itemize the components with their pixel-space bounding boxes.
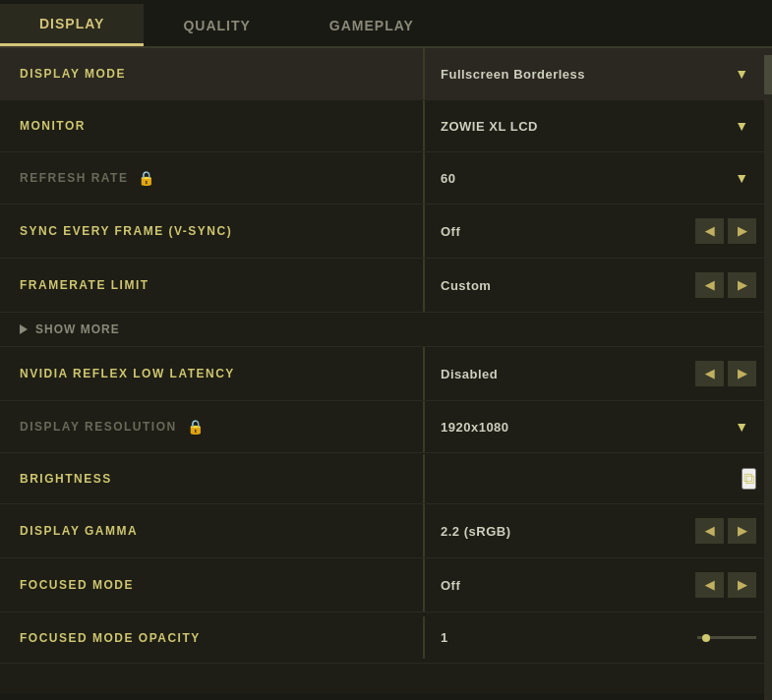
app-container: Display Quality Gameplay DISPLAY MODE Fu… xyxy=(0,0,772,700)
vsync-arrow-left[interactable]: ◀ xyxy=(695,218,724,244)
focused-mode-opacity-value: 1 xyxy=(441,630,448,645)
nvidia-reflex-value: Disabled xyxy=(441,367,498,381)
setting-value-brightness: ⧉ xyxy=(423,454,772,503)
setting-value-display-mode: Fullscreen Borderless ▼ xyxy=(423,48,772,99)
refresh-rate-dropdown[interactable]: ▼ xyxy=(727,166,756,190)
triangle-right-icon xyxy=(20,324,28,334)
tab-gameplay-label: Gameplay xyxy=(329,18,414,33)
monitor-value: ZOWIE XL LCD xyxy=(441,119,538,134)
setting-value-refresh-rate: 60 ▼ xyxy=(423,152,772,204)
focused-mode-arrow-left[interactable]: ◀ xyxy=(695,572,724,598)
display-resolution-dropdown[interactable]: ▼ xyxy=(727,415,756,438)
framerate-limit-value: Custom xyxy=(441,278,491,293)
settings-container: DISPLAY MODE Fullscreen Borderless ▼ MON… xyxy=(0,48,772,693)
setting-row-vsync: SYNC EVERY FRAME (V-SYNC) Off ◀ ▶ xyxy=(0,204,772,259)
display-gamma-arrow-left[interactable]: ◀ xyxy=(695,518,724,544)
setting-row-framerate-limit: FRAMERATE LIMIT Custom ◀ ▶ xyxy=(0,259,772,313)
display-gamma-value: 2.2 (sRGB) xyxy=(441,524,510,539)
setting-label-focused-mode: FOCUSED MODE xyxy=(0,564,423,606)
setting-label-display-resolution: DISPLAY RESOLUTION 🔒 xyxy=(0,405,423,448)
nvidia-reflex-arrow-left[interactable]: ◀ xyxy=(695,361,724,386)
lock-icon-refresh-rate: 🔒 xyxy=(138,170,156,186)
tab-bar: Display Quality Gameplay xyxy=(0,0,772,48)
display-resolution-value: 1920x1080 xyxy=(441,420,509,435)
setting-row-display-mode: DISPLAY MODE Fullscreen Borderless ▼ xyxy=(0,48,772,100)
vsync-arrow-right[interactable]: ▶ xyxy=(728,218,756,244)
tab-quality-label: Quality xyxy=(183,18,250,33)
setting-value-display-gamma: 2.2 (sRGB) ◀ ▶ xyxy=(423,504,772,557)
tab-display[interactable]: Display xyxy=(0,4,144,46)
display-gamma-arrow-right[interactable]: ▶ xyxy=(728,518,756,544)
focused-mode-arrows: ◀ ▶ xyxy=(695,572,756,598)
setting-label-monitor: MONITOR xyxy=(0,105,423,146)
setting-label-vsync: SYNC EVERY FRAME (V-SYNC) xyxy=(0,210,423,252)
show-more-label: SHOW MORE xyxy=(35,322,120,336)
display-resolution-label: DISPLAY RESOLUTION xyxy=(20,420,177,434)
setting-row-focused-mode-opacity: FOCUSED MODE OPACITY 1 xyxy=(0,612,772,664)
scrollbar-track xyxy=(764,55,772,700)
setting-label-display-gamma: DISPLAY GAMMA xyxy=(0,510,423,552)
framerate-limit-arrow-right[interactable]: ▶ xyxy=(728,272,756,298)
setting-row-focused-mode: FOCUSED MODE Off ◀ ▶ xyxy=(0,558,772,612)
show-more-row[interactable]: SHOW MORE xyxy=(0,313,772,347)
setting-value-framerate-limit: Custom ◀ ▶ xyxy=(423,259,772,312)
nvidia-reflex-arrows: ◀ ▶ xyxy=(695,361,756,386)
vsync-value: Off xyxy=(441,224,460,239)
setting-row-monitor: MONITOR ZOWIE XL LCD ▼ xyxy=(0,100,772,152)
setting-label-nvidia-reflex: NVIDIA REFLEX LOW LATENCY xyxy=(0,353,423,394)
setting-label-display-mode: DISPLAY MODE xyxy=(0,53,423,94)
setting-value-vsync: Off ◀ ▶ xyxy=(423,204,772,258)
setting-label-refresh-rate: REFRESH RATE 🔒 xyxy=(0,156,423,200)
refresh-rate-value: 60 xyxy=(441,171,455,186)
setting-row-display-gamma: DISPLAY GAMMA 2.2 (sRGB) ◀ ▶ xyxy=(0,504,772,558)
tab-display-label: Display xyxy=(39,16,104,31)
refresh-rate-label: REFRESH RATE xyxy=(20,171,128,185)
setting-row-display-resolution: DISPLAY RESOLUTION 🔒 1920x1080 ▼ xyxy=(0,401,772,453)
setting-row-nvidia-reflex: NVIDIA REFLEX LOW LATENCY Disabled ◀ ▶ xyxy=(0,347,772,401)
setting-value-nvidia-reflex: Disabled ◀ ▶ xyxy=(423,347,772,400)
scrollbar-thumb[interactable] xyxy=(764,55,772,94)
nvidia-reflex-arrow-right[interactable]: ▶ xyxy=(728,361,756,386)
setting-row-brightness: BRIGHTNESS ⧉ xyxy=(0,453,772,504)
setting-label-brightness: BRIGHTNESS xyxy=(0,458,423,499)
focused-mode-value: Off xyxy=(441,578,460,593)
lock-icon-display-resolution: 🔒 xyxy=(187,419,206,435)
setting-value-display-resolution: 1920x1080 ▼ xyxy=(423,401,772,452)
setting-value-monitor: ZOWIE XL LCD ▼ xyxy=(423,100,772,151)
setting-row-refresh-rate: REFRESH RATE 🔒 60 ▼ xyxy=(0,152,772,204)
setting-value-focused-mode-opacity: 1 xyxy=(423,616,772,659)
monitor-dropdown[interactable]: ▼ xyxy=(727,114,756,138)
setting-label-framerate-limit: FRAMERATE LIMIT xyxy=(0,264,423,306)
brightness-external[interactable]: ⧉ xyxy=(742,468,756,490)
tab-gameplay[interactable]: Gameplay xyxy=(290,4,453,46)
setting-label-focused-mode-opacity: FOCUSED MODE OPACITY xyxy=(0,617,423,659)
framerate-limit-arrows: ◀ ▶ xyxy=(695,272,756,298)
framerate-limit-arrow-left[interactable]: ◀ xyxy=(695,272,724,298)
display-mode-value: Fullscreen Borderless xyxy=(441,67,585,82)
tab-quality[interactable]: Quality xyxy=(144,4,289,46)
focused-mode-arrow-right[interactable]: ▶ xyxy=(728,572,756,598)
vsync-arrows: ◀ ▶ xyxy=(695,218,756,244)
slider-thumb xyxy=(702,634,710,642)
display-mode-dropdown[interactable]: ▼ xyxy=(727,62,756,86)
display-gamma-arrows: ◀ ▶ xyxy=(695,518,756,544)
focused-mode-opacity-slider[interactable] xyxy=(697,636,756,639)
setting-value-focused-mode: Off ◀ ▶ xyxy=(423,558,772,612)
